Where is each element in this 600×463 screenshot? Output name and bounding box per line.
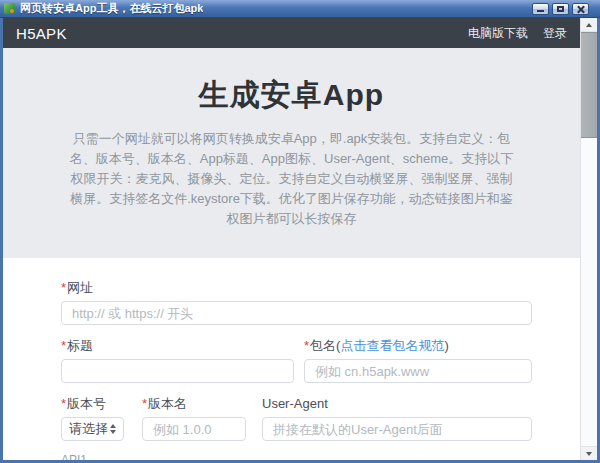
hero-section: 生成安卓App 只需一个网址就可以将网页转换成安卓App，即.apk安装包。支持… [3, 48, 580, 258]
version-name-input[interactable] [142, 417, 246, 441]
scroll-up-button[interactable] [581, 18, 597, 32]
maximize-icon [557, 6, 564, 12]
scroll-down-button[interactable] [581, 446, 597, 460]
maximize-button[interactable] [552, 3, 569, 15]
site-nav: 电脑版下载 登录 [468, 25, 567, 42]
url-label: *网址 [61, 280, 532, 295]
webpage: H5APK 电脑版下载 登录 生成安卓App 只需一个网址就可以将网页转换成安卓… [3, 18, 580, 460]
version-code-select[interactable]: 请选择 [61, 417, 124, 441]
required-marker: * [304, 338, 309, 353]
titlebar: 网页转安卓App工具，在线云打包apk [0, 0, 600, 18]
close-icon [577, 5, 585, 13]
chevron-down-icon [110, 430, 116, 434]
version-name-label: *版本名 [142, 396, 246, 411]
package-label: *包名(点击查看包名规范) [304, 338, 532, 353]
required-marker: * [61, 396, 66, 411]
app-title-label: *标题 [61, 338, 294, 353]
required-marker: * [142, 396, 147, 411]
row-version-ua: *版本号 请选择 *版本名 [61, 396, 532, 441]
field-version-code: *版本号 请选择 [61, 396, 124, 441]
package-spec-link[interactable]: 点击查看包名规范 [340, 338, 444, 353]
user-agent-label: User-Agent [262, 396, 532, 411]
app-window: 网页转安卓App工具，在线云打包apk H5APK 电脑版下载 登录 [0, 0, 600, 463]
version-code-label: *版本号 [61, 396, 124, 411]
window-title: 网页转安卓App工具，在线云打包apk [20, 1, 203, 16]
nav-link-login[interactable]: 登录 [543, 25, 567, 42]
url-input[interactable] [61, 301, 532, 325]
close-button[interactable] [572, 3, 589, 15]
field-app-title: *标题 [61, 338, 294, 383]
scrollbar-thumb[interactable] [581, 32, 597, 138]
brand-logo[interactable]: H5APK [16, 25, 67, 42]
field-user-agent: User-Agent [262, 396, 532, 441]
nav-link-pc-download[interactable]: 电脑版下载 [468, 25, 528, 42]
scroll-up-icon [586, 23, 592, 27]
page-title: 生成安卓App [3, 75, 580, 116]
package-name-input[interactable] [304, 359, 532, 383]
field-package-name: *包名(点击查看包名规范) [304, 338, 532, 383]
api-level-text: API1 [61, 453, 532, 460]
scroll-down-icon [586, 452, 592, 456]
app-title-input[interactable] [61, 359, 294, 383]
field-url: *网址 [61, 280, 532, 325]
window-app-icon [4, 3, 15, 14]
minimize-icon [537, 10, 544, 12]
row-title-package: *标题 *包名(点击查看包名规范) [61, 338, 532, 383]
required-marker: * [61, 338, 66, 353]
select-updown-icon [110, 424, 116, 434]
window-controls [532, 3, 589, 15]
site-header: H5APK 电脑版下载 登录 [3, 18, 580, 48]
field-version-name: *版本名 [142, 396, 246, 441]
required-marker: * [61, 280, 66, 295]
version-code-selected-value: 请选择 [69, 420, 108, 438]
page-description: 只需一个网址就可以将网页转换成安卓App，即.apk安装包。支持自定义：包名、版… [67, 129, 517, 229]
client-area: H5APK 电脑版下载 登录 生成安卓App 只需一个网址就可以将网页转换成安卓… [3, 18, 597, 460]
window-frame: H5APK 电脑版下载 登录 生成安卓App 只需一个网址就可以将网页转换成安卓… [0, 18, 600, 463]
user-agent-input[interactable] [262, 417, 532, 441]
minimize-button[interactable] [532, 3, 549, 15]
chevron-up-icon [110, 424, 116, 428]
app-form: *网址 *标题 *包名(点击查看包名规范) [3, 258, 580, 460]
vertical-scrollbar[interactable] [580, 18, 597, 460]
